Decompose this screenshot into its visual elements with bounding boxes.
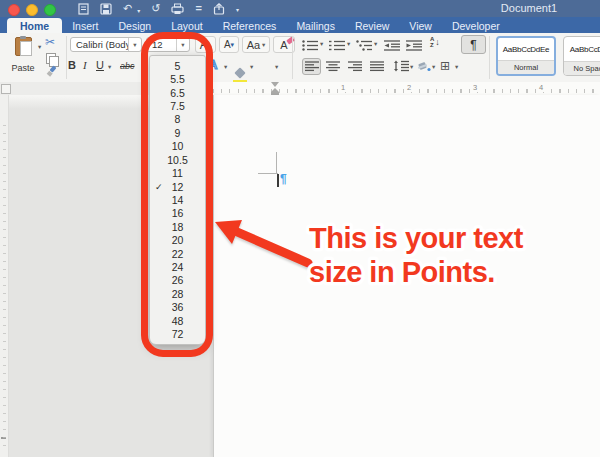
font-size-option-18[interactable]: 18 — [150, 220, 205, 233]
shading-button[interactable] — [417, 60, 431, 72]
zoom-window-button[interactable] — [44, 4, 56, 16]
paste-button[interactable]: Paste — [8, 37, 38, 73]
underline-button[interactable]: U — [96, 59, 104, 71]
font-size-option-20[interactable]: 20 — [150, 233, 205, 246]
borders-caret-icon[interactable]: ▾ — [455, 64, 458, 70]
italic-button[interactable]: I — [83, 59, 87, 71]
pilcrow-icon: ¶ — [470, 38, 476, 52]
first-line-indent-marker[interactable] — [271, 82, 279, 87]
justify-button[interactable] — [370, 61, 384, 72]
save-icon[interactable] — [100, 3, 112, 15]
highlight-button[interactable] — [233, 69, 248, 83]
tab-references[interactable]: References — [213, 18, 287, 33]
minimize-window-button[interactable] — [26, 4, 38, 16]
style-no-spacing[interactable]: AaBbCcDdEe No Spacing — [563, 36, 600, 76]
tab-view[interactable]: View — [399, 18, 442, 33]
highlighter-icon — [234, 67, 245, 78]
line-spacing-button[interactable] — [393, 60, 409, 72]
bullets-button[interactable] — [302, 37, 319, 55]
document-title: Document1 — [501, 2, 557, 14]
tab-layout[interactable]: Layout — [161, 18, 213, 33]
text-effects-button[interactable]: A — [208, 57, 217, 72]
copy-icon[interactable] — [46, 53, 56, 64]
font-size-option-22[interactable]: 22 — [150, 247, 205, 260]
font-color-caret-icon[interactable]: ▾ — [275, 64, 278, 70]
font-size-option-36[interactable]: 36 — [150, 301, 205, 314]
font-size-option-5[interactable]: 5 — [150, 59, 205, 72]
grow-font-button[interactable]: A▴ — [195, 36, 216, 53]
font-size-option-12[interactable]: ✓12 — [150, 180, 205, 193]
shading-caret-icon[interactable]: ▾ — [432, 64, 435, 70]
tab-developer[interactable]: Developer — [442, 18, 510, 33]
document-page[interactable] — [213, 95, 600, 457]
sort-z-label: Z — [430, 42, 434, 48]
horizontal-ruler: 1234 — [0, 82, 600, 96]
cut-icon[interactable]: ✂ — [45, 35, 55, 49]
line-spacing-caret-icon[interactable]: ▾ — [410, 64, 413, 70]
font-size-option-8[interactable]: 8 — [150, 113, 205, 126]
multilevel-caret-icon[interactable]: ▾ — [374, 41, 377, 47]
bold-button[interactable]: B — [68, 59, 76, 71]
align-center-button[interactable] — [326, 61, 340, 72]
numbering-button[interactable] — [329, 37, 346, 55]
shrink-font-button[interactable]: A▾ — [219, 36, 239, 53]
style-sample: AaBbCcDdEe — [564, 37, 600, 61]
change-case-button[interactable]: Aa▾ — [242, 36, 270, 53]
decrease-indent-button[interactable] — [384, 37, 401, 55]
format-painter-icon[interactable] — [44, 65, 59, 83]
text-boundary-mark — [276, 152, 277, 174]
font-size-option-24[interactable]: 24 — [150, 260, 205, 273]
undo-caret-icon[interactable]: ▾ — [137, 7, 140, 14]
font-size-option-6.5[interactable]: 6.5 — [150, 86, 205, 99]
tab-mailings[interactable]: Mailings — [286, 18, 345, 33]
ruler-inch-number: 2 — [405, 83, 413, 92]
new-document-icon[interactable] — [78, 3, 89, 15]
tab-design[interactable]: Design — [108, 18, 161, 33]
numbering-caret-icon[interactable]: ▾ — [347, 41, 350, 47]
text-effects-caret-icon[interactable]: ▾ — [224, 64, 227, 70]
font-size-select[interactable]: 12 ▾ — [146, 37, 190, 52]
align-right-button[interactable] — [348, 61, 362, 72]
font-size-option-16[interactable]: 16 — [150, 207, 205, 220]
tab-review[interactable]: Review — [345, 18, 399, 33]
font-size-option-11[interactable]: 11 — [150, 166, 205, 179]
tab-insert[interactable]: Insert — [62, 18, 108, 33]
bullets-caret-icon[interactable]: ▾ — [320, 41, 323, 47]
print-icon[interactable] — [171, 3, 184, 15]
strikethrough-button[interactable]: abc — [120, 61, 135, 71]
align-left-button[interactable] — [302, 58, 321, 75]
font-size-option-10.5[interactable]: 10.5 — [150, 153, 205, 166]
tab-home[interactable]: Home — [7, 18, 62, 33]
font-size-option-7.5[interactable]: 7.5 — [150, 99, 205, 112]
customize-toolbar-caret-icon[interactable]: ▾ — [236, 6, 239, 13]
multilevel-list-button[interactable] — [356, 37, 373, 55]
sort-button[interactable]: AZ ↓ — [430, 36, 440, 48]
font-name-select[interactable]: Calibri (Body) ▾ — [70, 37, 142, 52]
font-size-option-28[interactable]: 28 — [150, 287, 205, 300]
tab-stop-selector[interactable] — [1, 84, 11, 94]
close-window-button[interactable] — [8, 4, 20, 16]
increase-indent-button[interactable] — [406, 37, 423, 55]
font-size-option-10[interactable]: 10 — [150, 140, 205, 153]
style-name: No Spacing — [564, 61, 600, 75]
font-size-option-9[interactable]: 9 — [150, 126, 205, 139]
underline-caret-icon[interactable]: ▾ — [108, 64, 111, 70]
ribbon-collapse-icon[interactable]: = — [195, 3, 201, 14]
paste-caret-icon[interactable]: ▾ — [38, 44, 41, 50]
font-name-value: Calibri (Body) — [71, 39, 128, 50]
borders-button[interactable]: ⊞ — [440, 60, 450, 72]
font-size-option-48[interactable]: 48 — [150, 314, 205, 327]
checkmark-icon: ✓ — [155, 182, 163, 192]
text-boundary-mark — [258, 173, 278, 174]
highlight-caret-icon[interactable]: ▾ — [250, 64, 253, 70]
font-size-option-26[interactable]: 26 — [150, 274, 205, 287]
font-size-option-5.5[interactable]: 5.5 — [150, 72, 205, 85]
shrink-font-down-icon: ▾ — [231, 41, 235, 49]
redo-icon[interactable]: ↺ — [151, 3, 160, 14]
share-icon[interactable] — [213, 3, 225, 15]
font-size-option-14[interactable]: 14 — [150, 193, 205, 206]
show-formatting-marks-button[interactable]: ¶ — [461, 35, 486, 54]
undo-icon[interactable]: ↶ — [123, 3, 132, 14]
style-normal[interactable]: AaBbCcDdEe Normal — [496, 36, 556, 76]
font-size-option-72[interactable]: 72 — [150, 327, 205, 340]
